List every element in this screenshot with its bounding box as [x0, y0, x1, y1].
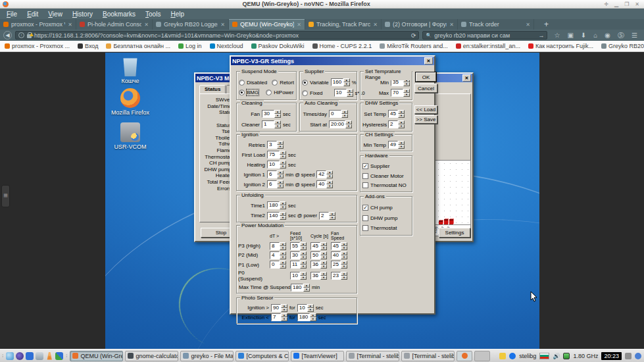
site-info-icon[interactable]: i: [18, 32, 24, 38]
menu-item[interactable]: View: [48, 11, 62, 18]
search-input[interactable]: greyko rb20 направи си сам: [434, 32, 535, 39]
radio-label[interactable]: Variable: [310, 80, 329, 86]
p1-fan-spinner[interactable]: 25▲▼: [331, 261, 351, 269]
bulgarian-flag-icon[interactable]: [539, 353, 549, 359]
checkbox-label[interactable]: Thermostat: [370, 225, 397, 231]
bookmark-item[interactable]: en:stalker:install_an...: [456, 43, 520, 49]
photo-extinction-time-spinner[interactable]: 180▲▼: [297, 313, 316, 321]
monitor-close-icon[interactable]: ✕: [462, 74, 471, 82]
checkbox-label[interactable]: Supplier: [370, 163, 389, 169]
settings-dialog[interactable]: NPBC-V3-GR Settings ✕ Suspend Mode Disab…: [230, 55, 435, 315]
bookmark-item[interactable]: Log in: [178, 43, 202, 49]
p1-feed-spinner[interactable]: 11▲▼: [290, 261, 310, 269]
bookmark-item[interactable]: Home - CUPS 2.2.1: [312, 43, 372, 49]
browser-tab[interactable]: Track order ✕: [458, 19, 534, 30]
photo-ignition-time-spinner[interactable]: 10▲▼: [297, 304, 314, 312]
desktop-icon-recycle-bin[interactable]: Кошче: [109, 57, 151, 84]
minimize-icon[interactable]: ▁: [614, 1, 618, 7]
tab-close-icon[interactable]: ✕: [449, 22, 454, 28]
p0-fan-spinner[interactable]: 23▲▼: [331, 272, 351, 280]
battery-icon[interactable]: [563, 353, 570, 359]
hardware-checkbox[interactable]: [362, 173, 368, 179]
menu-item[interactable]: Help: [170, 11, 184, 18]
menu-icon[interactable]: ☰: [632, 31, 637, 39]
insecure-lock-icon[interactable]: [27, 34, 32, 38]
tab-close-icon[interactable]: ✕: [526, 22, 530, 28]
cancel-button[interactable]: Cancel: [414, 84, 437, 93]
photo-extinction-spinner[interactable]: 7▲▼: [271, 313, 287, 321]
close-icon[interactable]: ✕: [635, 1, 639, 7]
load-button[interactable]: << Load: [414, 105, 437, 114]
vnc-screen[interactable]: Кошче Mozilla Firefox USR-VCOM NPBC-V3 M…: [105, 53, 539, 349]
time2-spinner[interactable]: 140▲▼: [267, 212, 286, 220]
time1-spinner[interactable]: 180▲▼: [267, 201, 286, 209]
adblock-icon[interactable]: ◉: [605, 31, 610, 39]
tab-close-icon[interactable]: ✕: [373, 22, 378, 28]
p2-fan-spinner[interactable]: 40▲▼: [331, 251, 351, 259]
reload-icon[interactable]: ⟳: [411, 32, 416, 39]
radio-bmg[interactable]: [239, 90, 245, 95]
p3-fan-spinner[interactable]: 45▲▼: [331, 242, 351, 250]
star-icon[interactable]: ☆: [554, 31, 560, 39]
radio-label[interactable]: Retort: [280, 80, 294, 86]
tab-close-icon[interactable]: ✕: [297, 22, 301, 28]
tray-network-globe-icon[interactable]: [635, 353, 641, 359]
bookmark-item[interactable]: proxmox - Proxmox ...: [5, 43, 70, 49]
bookmark-item[interactable]: Nextcloud: [210, 43, 243, 49]
dhw-set-temp-spinner[interactable]: 45▲▼: [388, 110, 405, 118]
menu-item[interactable]: Edit: [27, 11, 38, 18]
task-button[interactable]: gnome-calculator: [125, 351, 178, 361]
pocket-icon[interactable]: ▣: [567, 31, 573, 39]
max-time-suspend-spinner[interactable]: 180▲▼: [291, 284, 310, 292]
settings-button[interactable]: Settings: [439, 228, 470, 238]
p2-feed-spinner[interactable]: 30▲▼: [290, 251, 310, 259]
url-text[interactable]: https://192.168.1.2:8006/?console=kvm&no…: [34, 32, 409, 39]
task-button[interactable]: [Computers & Co...: [235, 351, 289, 361]
new-tab-button[interactable]: +: [538, 19, 555, 30]
p2-cycle-spinner[interactable]: 50▲▼: [310, 251, 331, 259]
download-icon[interactable]: ⬇: [581, 31, 586, 39]
task-button[interactable]: [Terminal - stelib...: [401, 351, 455, 361]
temp-max-spinner[interactable]: 70▲▼: [391, 89, 410, 97]
p3-feed-spinner[interactable]: 55▲▼: [290, 242, 310, 250]
supplier-fixed-spinner[interactable]: 10▲▼: [334, 89, 353, 97]
back-button[interactable]: ◀: [3, 31, 12, 39]
launcher-photos-icon[interactable]: [55, 352, 63, 360]
task-button[interactable]: QEMU (Win-Grey...: [70, 351, 123, 361]
tray-notification-icon[interactable]: [499, 353, 506, 359]
launcher-browser-icon[interactable]: [6, 352, 14, 360]
menu-item[interactable]: Bookmarks: [103, 11, 136, 18]
radio-label[interactable]: Disabled: [247, 80, 267, 86]
p3-cycle-spinner[interactable]: 45▲▼: [310, 242, 331, 250]
launcher-file-manager-icon[interactable]: [36, 352, 43, 360]
bookmark-item[interactable]: Безплатна онлайн ...: [106, 43, 170, 49]
menu-item[interactable]: Tools: [145, 11, 161, 18]
bookmark-item[interactable]: Вход: [78, 43, 98, 49]
radio-retort[interactable]: [272, 80, 278, 86]
browser-tab[interactable]: (2) Отговори | Форум *... ✕: [382, 19, 458, 30]
search-bar[interactable]: 🔍 greyko rb20 направи си сам →: [422, 31, 547, 39]
bookmark-item[interactable]: Paskov DokuWiki: [251, 43, 305, 49]
settings-dialog-close-icon[interactable]: ✕: [424, 57, 433, 65]
ok-button[interactable]: OK: [416, 72, 436, 82]
monitor-tab[interactable]: Status: [199, 85, 226, 93]
ch-min-temp-spinner[interactable]: 49▲▼: [388, 141, 405, 149]
p2-dt-spinner[interactable]: 4▲▼: [270, 251, 290, 259]
browser-tab[interactable]: Tracking, Track Parcel... ✕: [305, 19, 382, 30]
power-spinner[interactable]: 2▲▼: [319, 212, 335, 220]
times-per-day-spinner[interactable]: 0▲▼: [329, 110, 348, 118]
tab-close-icon[interactable]: ✕: [68, 22, 72, 28]
settings-dialog-titlebar[interactable]: NPBC-V3-GR Settings ✕: [231, 57, 434, 65]
hardware-checkbox[interactable]: [362, 182, 368, 188]
menu-item[interactable]: History: [72, 11, 93, 18]
radio-label[interactable]: BMG: [247, 90, 259, 95]
tray-display-icon[interactable]: [625, 353, 632, 359]
checkbox-label[interactable]: DHW pump: [370, 215, 397, 221]
search-go-icon[interactable]: →: [538, 32, 544, 39]
task-button[interactable]: [Terminal - stelib...: [346, 351, 399, 361]
bookmark-item[interactable]: MikroTik Routers and...: [380, 43, 448, 49]
ignition2-min-spinner[interactable]: 6▲▼: [267, 180, 284, 188]
browser-tab[interactable]: Greyko RB20 Logger ✕: [153, 19, 229, 30]
bookmark-item[interactable]: Как настроить Fujik...: [528, 43, 593, 49]
ignition1-speed-spinner[interactable]: 42▲▼: [316, 170, 333, 178]
